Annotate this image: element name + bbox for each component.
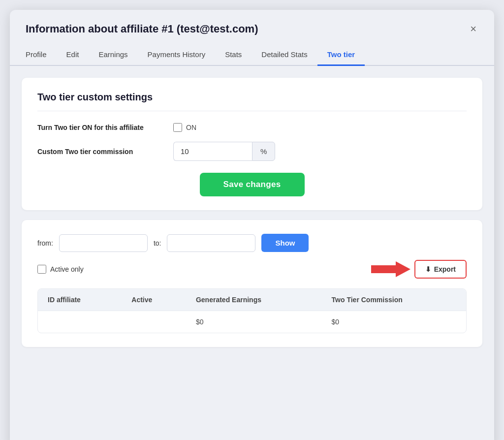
col-id-affiliate: ID affiliate	[38, 289, 122, 311]
table-header: ID affiliate Active Generated Earnings T…	[38, 289, 466, 311]
content-area: Two tier custom settings Turn Two tier O…	[10, 78, 494, 359]
table-body: $0 $0	[38, 311, 466, 333]
commission-input[interactable]	[173, 142, 252, 161]
export-wrapper: ⬇ Export	[371, 260, 467, 279]
checkbox-on-label: ON	[186, 124, 196, 131]
table-row: $0 $0	[38, 311, 466, 333]
active-only-label: Active only	[50, 265, 84, 273]
turn-on-label: Turn Two tier ON for this affiliate	[37, 124, 165, 131]
cell-generated-earnings: $0	[186, 311, 322, 333]
commission-suffix: %	[252, 142, 275, 161]
settings-card-title: Two tier custom settings	[37, 92, 467, 111]
tab-edit[interactable]: Edit	[57, 44, 89, 66]
affiliates-table: ID affiliate Active Generated Earnings T…	[38, 289, 466, 333]
cell-id	[38, 311, 122, 333]
tab-stats[interactable]: Stats	[215, 44, 252, 66]
download-icon: ⬇	[425, 265, 431, 273]
commission-input-group: %	[173, 142, 275, 161]
tab-two-tier[interactable]: Two tier	[317, 44, 365, 66]
filter-row: from: to: Show	[37, 234, 467, 252]
export-button[interactable]: ⬇ Export	[414, 260, 467, 279]
tab-detailed-stats[interactable]: Detailed Stats	[252, 44, 317, 66]
tab-earnings[interactable]: Earnings	[89, 44, 137, 66]
col-two-tier-commission: Two Tier Commission	[322, 289, 466, 311]
cell-two-tier-commission: $0	[322, 311, 466, 333]
modal-title: Information about affiliate #1 (test@tes…	[26, 23, 258, 35]
affiliates-table-container: ID affiliate Active Generated Earnings T…	[37, 288, 467, 333]
col-active: Active	[122, 289, 186, 311]
save-changes-button[interactable]: Save changes	[200, 173, 305, 196]
tabs-bar: Profile Edit Earnings Payments History S…	[10, 44, 494, 66]
show-button[interactable]: Show	[261, 234, 309, 252]
turn-on-row: Turn Two tier ON for this affiliate ON	[37, 123, 467, 132]
to-label: to:	[154, 239, 161, 247]
from-label: from:	[37, 239, 53, 247]
active-only-row: Active only ⬇ Export	[37, 260, 467, 279]
close-button[interactable]: ×	[468, 22, 478, 36]
turn-on-checkbox-wrapper: ON	[173, 123, 196, 132]
export-button-label: Export	[434, 265, 456, 273]
filter-card: from: to: Show Active only ⬇ Export	[22, 220, 482, 347]
col-generated-earnings: Generated Earnings	[186, 289, 322, 311]
cell-active	[122, 311, 186, 333]
commission-row: Custom Two tier commission %	[37, 142, 467, 161]
commission-label: Custom Two tier commission	[37, 148, 165, 156]
modal: Information about affiliate #1 (test@tes…	[10, 10, 494, 440]
svg-marker-0	[371, 261, 410, 277]
tab-payments-history[interactable]: Payments History	[138, 44, 216, 66]
red-arrow-icon	[371, 260, 410, 278]
settings-card: Two tier custom settings Turn Two tier O…	[22, 78, 482, 210]
from-input[interactable]	[59, 234, 148, 252]
turn-on-checkbox[interactable]	[173, 123, 182, 132]
to-input[interactable]	[167, 234, 255, 252]
active-only-checkbox[interactable]	[37, 265, 46, 274]
tab-profile[interactable]: Profile	[26, 44, 57, 66]
modal-header: Information about affiliate #1 (test@tes…	[10, 10, 494, 44]
